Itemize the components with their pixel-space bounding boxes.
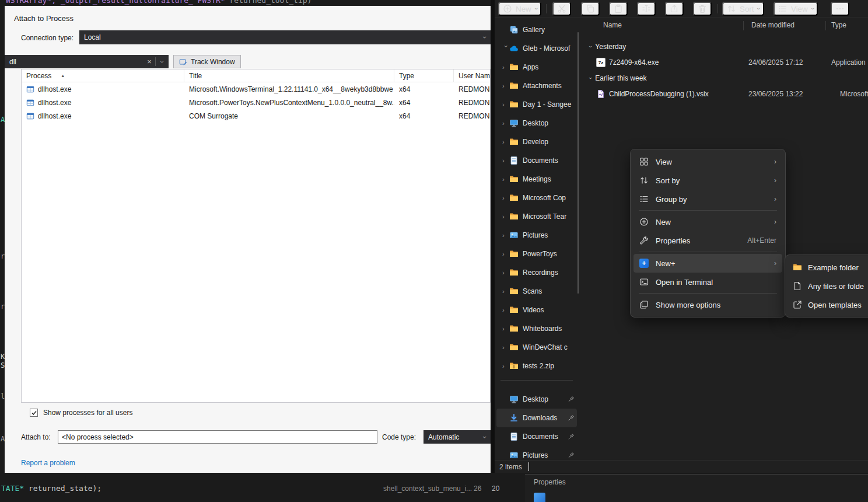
column-divider[interactable] xyxy=(743,21,744,30)
clear-filter-icon[interactable]: × xyxy=(144,57,155,66)
sidebar-item-desktop[interactable]: ›Desktop xyxy=(496,114,577,133)
sidebar-item-label: Desktop xyxy=(523,119,575,127)
paste-button[interactable] xyxy=(609,2,628,16)
sidebar-item-whiteboards[interactable]: ›Whiteboards xyxy=(496,319,577,338)
sidebar-item-develop[interactable]: ›Develop xyxy=(496,133,577,151)
sidebar-item-powertoys[interactable]: ›PowerToys xyxy=(496,245,577,263)
sidebar-item-onedrive[interactable]: ›Gleb - Microsof xyxy=(496,39,577,58)
column-header-type[interactable]: Type xyxy=(831,21,846,29)
context-menu-item-show-more-options[interactable]: Show more options xyxy=(634,295,782,314)
attach-to-input[interactable] xyxy=(58,430,377,444)
context-menu-item-new[interactable]: New › xyxy=(634,212,782,231)
7z-file-icon: 7z xyxy=(596,58,606,67)
delete-button[interactable] xyxy=(693,2,712,16)
menu-item-label: Show more options xyxy=(656,301,776,309)
column-header-date-modified[interactable]: Date modified xyxy=(751,21,794,29)
chevron-right-icon: › xyxy=(774,158,776,166)
process-row[interactable]: dllhost.exe Microsoft.PowerToys.NewPlusC… xyxy=(22,96,490,109)
pinned-item-desktop[interactable]: ›Desktop xyxy=(496,390,577,409)
submenu-item-open-templates[interactable]: Open templates xyxy=(788,295,868,314)
sidebar-item-pictures[interactable]: ›Pictures xyxy=(496,226,577,245)
show-all-users-checkbox[interactable]: Show processes for all users xyxy=(30,409,132,417)
cut-button[interactable] xyxy=(552,2,571,16)
group-header-earlier-this-week[interactable]: › Earlier this week xyxy=(589,71,646,85)
sidebar-item-windevchat[interactable]: ›WinDevChat c xyxy=(496,338,577,357)
column-header-type[interactable]: Type xyxy=(394,69,454,82)
sidebar-item-label: Gallery xyxy=(523,26,575,34)
view-button[interactable]: View › xyxy=(774,2,818,16)
zip-folder-icon xyxy=(509,361,519,371)
ellipsis-icon xyxy=(835,4,845,13)
submenu-item-any-files-or-folders[interactable]: Any files or folde xyxy=(788,277,868,295)
sidebar-item-documents[interactable]: ›Documents xyxy=(496,151,577,170)
context-menu-item-sort-by[interactable]: Sort by › xyxy=(634,171,782,190)
attach-to-process-dialog: Attach to Process Connection type: Local… xyxy=(5,6,491,473)
sidebar-item-day1[interactable]: ›Day 1 - Sangee xyxy=(496,95,577,114)
code-type-select[interactable]: Automatic › xyxy=(424,430,491,444)
sidebar-item-meetings[interactable]: ›Meetings xyxy=(496,170,577,189)
copy-icon xyxy=(586,4,595,13)
context-menu-item-properties[interactable]: Properties Alt+Enter xyxy=(634,231,782,250)
process-row[interactable]: dllhost.exe Microsoft.WindowsTerminal_1.… xyxy=(22,82,490,96)
copy-button[interactable] xyxy=(581,2,600,16)
pinned-item-pictures[interactable]: ›Pictures xyxy=(496,446,577,460)
properties-wrench-icon xyxy=(639,236,649,245)
menu-item-label: Sort by xyxy=(656,176,767,185)
sidebar-item-apps[interactable]: ›Apps xyxy=(496,58,577,76)
context-menu-item-view[interactable]: View › xyxy=(634,152,782,171)
process-row[interactable]: dllhost.exe COM Surrogate x64 REDMOND xyxy=(22,109,490,123)
filter-input[interactable] xyxy=(5,58,144,66)
process-name: dllhost.exe xyxy=(38,112,71,120)
sidebar-item-microsoft-cop[interactable]: ›Microsoft Cop xyxy=(496,189,577,207)
plus-circle-icon xyxy=(503,4,512,13)
report-problem-link[interactable]: Report a problem xyxy=(21,459,75,467)
context-menu: View › Sort by › Group by › New › Proper… xyxy=(630,149,786,318)
pinned-item-documents[interactable]: ›Documents xyxy=(496,427,577,446)
connection-type-select[interactable]: Local › xyxy=(79,30,491,44)
navigation-pane: ›Gallery ›Gleb - Microsof ›Apps ›Attachm… xyxy=(495,18,579,460)
folder-icon xyxy=(509,324,519,333)
sidebar-item-microsoft-tear[interactable]: ›Microsoft Tear xyxy=(496,207,577,226)
folder-icon xyxy=(509,137,519,147)
context-menu-item-open-in-terminal[interactable]: Open in Terminal xyxy=(634,273,782,291)
sidebar-item-tests-zip[interactable]: ›tests 2.zip xyxy=(496,357,577,375)
submenu-item-example-folder[interactable]: Example folder xyxy=(788,258,868,277)
more-options-button[interactable] xyxy=(831,2,849,16)
chevron-right-icon: › xyxy=(502,158,509,164)
file-row[interactable]: ChildProcessDebugging (1).vsix 23/06/202… xyxy=(583,86,868,102)
chevron-right-icon: › xyxy=(502,176,509,183)
process-filter-box[interactable]: × › xyxy=(5,55,169,68)
sidebar-item-videos[interactable]: ›Videos xyxy=(496,301,577,319)
column-header-title[interactable]: Title xyxy=(184,69,394,82)
chevron-down-icon[interactable]: › xyxy=(159,55,166,68)
column-header-process[interactable]: Process ▲ xyxy=(22,69,184,82)
new-button[interactable]: New › xyxy=(498,2,541,16)
scrollbar[interactable] xyxy=(578,32,579,294)
context-menu-item-group-by[interactable]: Group by › xyxy=(634,190,782,208)
chevron-right-icon: › xyxy=(502,288,509,295)
column-header-user[interactable]: User Name xyxy=(454,69,490,82)
track-window-button[interactable]: Track Window xyxy=(173,55,241,68)
group-header-yesterday[interactable]: › Yesterday xyxy=(589,40,626,54)
sidebar-separator xyxy=(501,380,573,381)
file-row[interactable]: 7z 7z2409-x64.exe 24/06/2025 17:12 Appli… xyxy=(583,55,868,70)
item-count: 2 items xyxy=(499,463,522,471)
sort-button[interactable]: Sort › xyxy=(722,2,764,16)
chevron-down-icon: › xyxy=(755,8,761,9)
sidebar-item-recordings[interactable]: ›Recordings xyxy=(496,263,577,282)
vsix-file-icon xyxy=(596,89,606,99)
sidebar-item-attachments[interactable]: ›Attachments xyxy=(496,76,577,95)
file-date-modified: 23/06/2025 13:22 xyxy=(748,90,803,98)
column-header-name[interactable]: Name xyxy=(603,21,622,29)
rename-button[interactable] xyxy=(637,2,656,16)
sidebar-item-gallery[interactable]: ›Gallery xyxy=(496,20,577,39)
pinned-item-downloads[interactable]: ›Downloads xyxy=(496,409,577,427)
context-menu-item-new-plus[interactable]: + New+ › xyxy=(634,254,782,273)
process-title: Microsoft.PowerToys.NewPlusContextMenu_1… xyxy=(184,99,394,107)
sidebar-item-label: Develop xyxy=(523,138,575,146)
sidebar-item-scans[interactable]: ›Scans xyxy=(496,282,577,301)
chevron-right-icon: › xyxy=(502,195,509,201)
share-button[interactable] xyxy=(665,2,684,16)
trash-icon xyxy=(698,4,707,13)
column-divider[interactable] xyxy=(825,21,826,30)
